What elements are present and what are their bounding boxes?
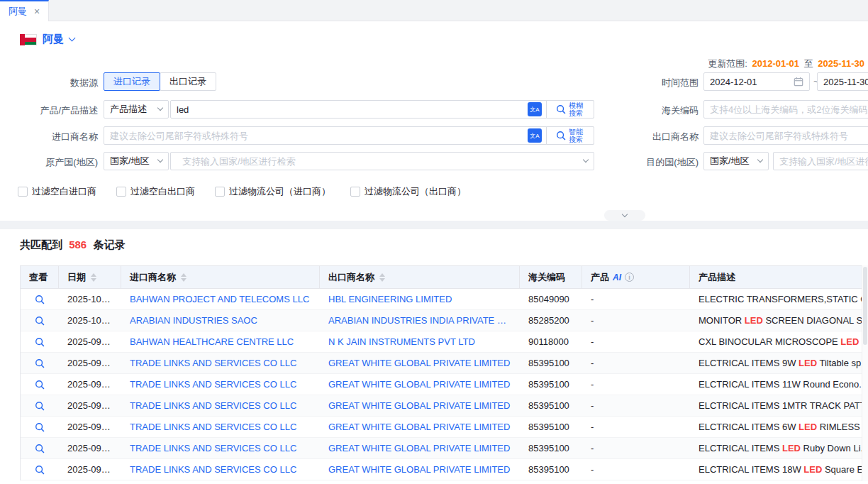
hs-code-input[interactable] xyxy=(710,104,868,115)
exporter-name-input-wrap[interactable] xyxy=(703,126,868,145)
view-magnifier-icon[interactable] xyxy=(35,337,45,347)
filter-checkbox-2[interactable]: 过滤空白出口商 xyxy=(116,185,195,198)
view-magnifier-icon[interactable] xyxy=(35,422,45,432)
view-cell[interactable] xyxy=(21,422,59,432)
importer-link[interactable]: BAHWAN PROJECT AND TELECOMS LLC xyxy=(121,294,320,304)
exporter-link[interactable]: N K JAIN INSTRUMENTS PVT LTD xyxy=(320,336,520,347)
exporter-link[interactable]: GREAT WHITE GLOBAL PRIVATE LIMITED xyxy=(320,422,520,432)
chevron-down-icon xyxy=(757,157,763,163)
date-cell: 2025-09-29 xyxy=(59,443,121,453)
view-cell[interactable] xyxy=(21,444,59,453)
importer-link[interactable]: TRADE LINKS AND SERVICES CO LLC xyxy=(121,464,320,475)
checkbox-box[interactable] xyxy=(116,187,126,197)
filter-checkboxes: 过滤空白进口商过滤空白出口商过滤物流公司（进口商）过滤物流公司（出口商） xyxy=(18,185,466,198)
product-type-select[interactable]: 产品描述 xyxy=(104,100,169,119)
view-cell[interactable] xyxy=(21,295,59,304)
importer-link[interactable]: TRADE LINKS AND SERVICES CO LLC xyxy=(121,443,320,453)
exporter-name-input[interactable] xyxy=(710,131,868,141)
view-magnifier-icon[interactable] xyxy=(35,358,45,368)
view-cell[interactable] xyxy=(21,401,59,411)
description-cell: ELCTRICAL ITEMS 11W Round Econo... xyxy=(690,379,868,390)
smart-search-button[interactable]: 智能搜索 xyxy=(546,126,594,145)
view-cell[interactable] xyxy=(21,465,59,475)
exporter-link[interactable]: ARABIAN INDUSTRIES INDIA PRIVATE LIMIT..… xyxy=(320,315,520,326)
translate-icon[interactable]: 文A xyxy=(528,128,542,143)
exporter-link[interactable]: GREAT WHITE GLOBAL PRIVATE LIMITED xyxy=(320,464,520,475)
destination-country-field[interactable] xyxy=(779,156,868,167)
importer-link[interactable]: TRADE LINKS AND SERVICES CO LLC xyxy=(121,358,320,368)
time-end-value: 2025-11-30 xyxy=(823,77,868,87)
importer-link[interactable]: TRADE LINKS AND SERVICES CO LLC xyxy=(121,379,320,390)
data-source-toggle: 进口记录 出口记录 xyxy=(104,72,216,91)
date-cell: 2025-10-09 xyxy=(59,294,121,304)
view-magnifier-icon[interactable] xyxy=(35,295,45,304)
destination-country-input[interactable] xyxy=(773,152,868,170)
info-icon[interactable]: i xyxy=(625,273,634,282)
importer-link[interactable]: TRADE LINKS AND SERVICES CO LLC xyxy=(121,422,320,432)
origin-country-select[interactable]: 国家/地区 xyxy=(104,152,169,170)
label-data-source: 数据源 xyxy=(0,77,98,89)
tab-oman[interactable]: 阿曼 × xyxy=(0,0,49,21)
exporter-link[interactable]: GREAT WHITE GLOBAL PRIVATE LIMITED xyxy=(320,400,520,411)
column-header-3[interactable]: 进口商名称 xyxy=(121,266,320,288)
description-cell: ELCTRICAL ITEMS 9W LED Tiltable sp... xyxy=(690,358,868,368)
view-magnifier-icon[interactable] xyxy=(35,401,45,411)
fuzzy-search-button[interactable]: 模糊搜索 xyxy=(546,100,594,119)
collapse-panel-button[interactable] xyxy=(604,210,645,221)
time-range-end-input[interactable]: 2025-11-30 xyxy=(817,72,868,91)
scrollbar-thumb[interactable] xyxy=(863,267,867,345)
origin-country-input[interactable] xyxy=(170,152,594,170)
importer-link[interactable]: TRADE LINKS AND SERVICES CO LLC xyxy=(121,400,320,411)
hs-code-input-wrap[interactable] xyxy=(703,100,868,119)
magnifier-icon xyxy=(35,444,45,453)
column-header-4[interactable]: 出口商名称 xyxy=(320,266,520,288)
filter-checkbox-4[interactable]: 过滤物流公司（出口商） xyxy=(350,185,466,198)
product-search-group: 文A 模糊搜索 xyxy=(170,100,594,119)
column-header-2[interactable]: 日期 xyxy=(59,266,121,288)
country-selector[interactable]: 阿曼 xyxy=(20,33,74,46)
exporter-link[interactable]: HBL ENGINEERING LIMITED xyxy=(320,294,520,304)
view-cell[interactable] xyxy=(21,358,59,368)
checkbox-box[interactable] xyxy=(215,187,225,197)
checkbox-box[interactable] xyxy=(350,187,360,197)
hs-code-cell: 85395100 xyxy=(520,358,582,368)
magnifier-icon xyxy=(556,131,566,141)
column-label: 产品 xyxy=(591,271,609,284)
importer-link[interactable]: ARABIAN INDUSTRIES SAOC xyxy=(121,315,320,326)
view-magnifier-icon[interactable] xyxy=(35,465,45,475)
date-cell: 2025-09-29 xyxy=(59,358,121,368)
product-search-input[interactable] xyxy=(171,104,528,115)
sort-icon[interactable] xyxy=(181,273,187,282)
description-cell: ELCTRICAL ITEMS 6W LED RIMLESS ... xyxy=(690,422,868,432)
view-magnifier-icon[interactable] xyxy=(35,316,45,326)
table-row: 2025-09-29TRADE LINKS AND SERVICES CO LL… xyxy=(21,395,868,417)
importer-link[interactable]: BAHWAN HEALTHCARE CENTRE LLC xyxy=(121,336,320,347)
exporter-link[interactable]: GREAT WHITE GLOBAL PRIVATE LIMITED xyxy=(320,358,520,368)
view-cell[interactable] xyxy=(21,316,59,326)
view-magnifier-icon[interactable] xyxy=(35,444,45,453)
time-range-start-input[interactable]: 2024-12-01 xyxy=(703,72,810,91)
column-header-6: 产品AIi xyxy=(582,266,690,288)
import-records-button[interactable]: 进口记录 xyxy=(104,72,160,91)
origin-country-field[interactable] xyxy=(177,156,584,167)
checkbox-box[interactable] xyxy=(18,187,28,197)
date-cell: 2025-10-07 xyxy=(59,315,121,326)
destination-country-select[interactable]: 国家/地区 xyxy=(703,152,769,170)
view-magnifier-icon[interactable] xyxy=(35,380,45,390)
exporter-link[interactable]: GREAT WHITE GLOBAL PRIVATE LIMITED xyxy=(320,379,520,390)
vertical-scrollbar[interactable] xyxy=(862,265,868,481)
tab-close-icon[interactable]: × xyxy=(34,6,40,16)
filter-checkbox-1[interactable]: 过滤空白进口商 xyxy=(18,185,96,198)
filter-checkbox-3[interactable]: 过滤物流公司（进口商） xyxy=(215,185,330,198)
table-header-row: 查看日期进口商名称出口商名称海关编码产品AIi产品描述 xyxy=(21,265,868,289)
view-cell[interactable] xyxy=(21,380,59,390)
sort-icon[interactable] xyxy=(379,273,385,282)
update-range: 更新范围: 2012-01-01 至 2025-11-30 xyxy=(708,57,867,70)
sort-icon[interactable] xyxy=(91,273,96,282)
importer-name-input[interactable] xyxy=(104,131,528,141)
view-cell[interactable] xyxy=(21,337,59,347)
translate-icon[interactable]: 文A xyxy=(528,102,542,116)
export-records-button[interactable]: 出口记录 xyxy=(160,72,216,91)
hs-code-cell: 85049090 xyxy=(520,294,582,304)
exporter-link[interactable]: GREAT WHITE GLOBAL PRIVATE LIMITED xyxy=(320,443,520,453)
